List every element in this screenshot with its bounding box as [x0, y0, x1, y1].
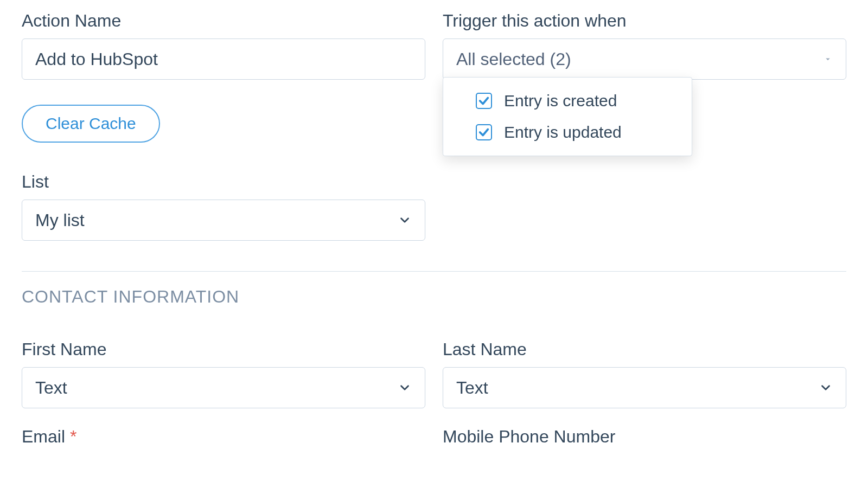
last-name-select-value: Text — [456, 378, 488, 398]
first-name-select[interactable]: Text — [22, 367, 425, 408]
mobile-phone-label: Mobile Phone Number — [443, 427, 846, 447]
chevron-down-icon — [819, 381, 833, 395]
action-name-input[interactable] — [22, 38, 425, 80]
list-label: List — [22, 172, 425, 192]
last-name-label: Last Name — [443, 339, 846, 359]
list-select[interactable]: My list — [22, 200, 425, 241]
required-star-icon: * — [70, 427, 76, 446]
trigger-dropdown-panel: Entry is created Entry is updated — [443, 77, 692, 156]
chevron-down-icon — [398, 213, 412, 227]
trigger-option-label: Entry is created — [504, 92, 617, 110]
caret-down-icon — [823, 54, 833, 64]
trigger-option-created[interactable]: Entry is created — [443, 85, 692, 117]
first-name-label: First Name — [22, 339, 425, 359]
chevron-down-icon — [398, 381, 412, 395]
clear-cache-button[interactable]: Clear Cache — [22, 105, 160, 143]
email-label-text: Email — [22, 427, 65, 446]
action-name-label: Action Name — [22, 11, 425, 31]
first-name-select-value: Text — [35, 378, 67, 398]
last-name-select[interactable]: Text — [443, 367, 846, 408]
section-divider — [22, 271, 846, 272]
checkbox-checked-icon — [476, 124, 492, 140]
checkbox-checked-icon — [476, 93, 492, 109]
contact-info-heading: CONTACT INFORMATION — [22, 287, 846, 307]
trigger-option-updated[interactable]: Entry is updated — [443, 117, 692, 148]
trigger-label: Trigger this action when — [443, 11, 846, 31]
trigger-select-value: All selected (2) — [456, 49, 571, 69]
trigger-select[interactable]: All selected (2) — [443, 38, 846, 80]
trigger-option-label: Entry is updated — [504, 123, 622, 142]
email-label: Email * — [22, 427, 425, 447]
list-select-value: My list — [35, 210, 85, 230]
